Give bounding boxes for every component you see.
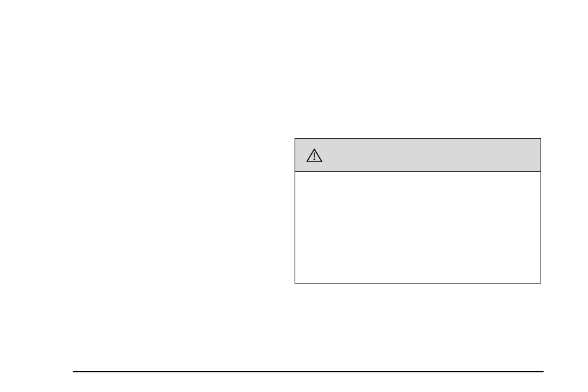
warning-icon	[306, 149, 322, 162]
caution-body	[295, 172, 541, 283]
document-page	[0, 0, 588, 392]
caution-box	[295, 138, 541, 284]
svg-point-2	[314, 158, 316, 160]
footer-rule	[73, 371, 544, 372]
caution-header	[295, 139, 541, 172]
